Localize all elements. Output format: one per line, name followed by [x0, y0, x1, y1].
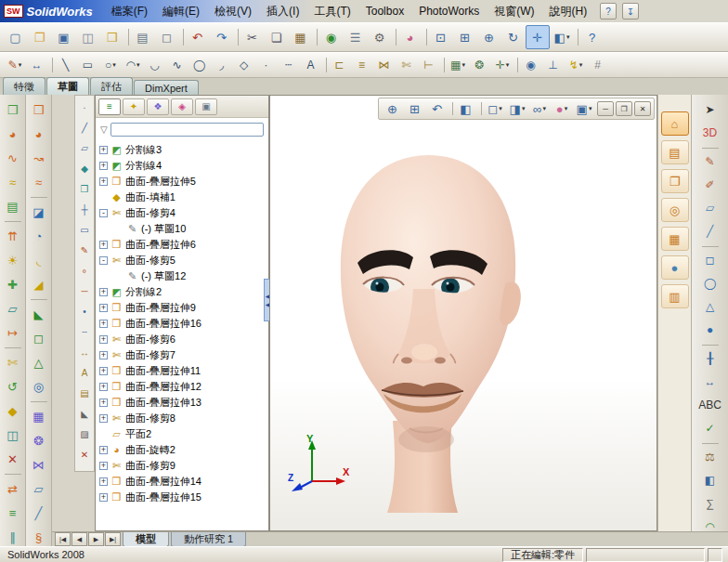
propertymanager-tab-icon[interactable]: ✦ [123, 98, 145, 115]
zoom-in-out-icon[interactable]: ⊕ [477, 25, 501, 49]
trim-surface-icon[interactable]: ✄ [1, 350, 25, 374]
tree-expander[interactable]: + [99, 320, 108, 328]
reference-plane-icon[interactable]: ▱ [27, 477, 51, 501]
pin-menu-icon[interactable]: ↧ [622, 3, 639, 20]
sketch-icon[interactable]: ✎ ▾ [4, 54, 26, 76]
menu-window[interactable]: 視窗(W) [487, 1, 541, 22]
replace-face-icon[interactable]: ⇄ [1, 477, 25, 501]
options-icon[interactable]: ⚙ [368, 25, 392, 49]
tree-expander[interactable]: + [99, 177, 108, 186]
tab-model[interactable]: 模型 [123, 532, 169, 547]
tree-item[interactable]: + ❒ 曲面-疊層拉伸12 [98, 379, 268, 395]
add-relation-icon[interactable]: ⊥ [542, 54, 565, 76]
tree-item[interactable]: + ◩ 分割線4 [98, 158, 268, 174]
tab-sketch[interactable]: 草圖 [46, 77, 89, 95]
solidworks-resources-icon[interactable]: ⌂ [661, 111, 689, 136]
tree-expander[interactable]: + [99, 241, 108, 249]
zoom-area-icon[interactable]: ⊞ [453, 25, 477, 49]
extend-entities-icon[interactable]: ⊢ [418, 54, 440, 76]
extruded-surface-icon[interactable]: ❒ [1, 98, 25, 122]
dimxpertmanager-tab-icon[interactable]: ◈ [171, 98, 193, 115]
zoom-area-icon[interactable]: ⊞ [404, 98, 426, 119]
note-icon[interactable]: ABC [698, 394, 722, 416]
boundary-surface-icon[interactable]: ▤ [1, 194, 25, 218]
display-relations-icon[interactable]: ◉ [520, 54, 542, 76]
tab-evaluate[interactable]: 評估 [90, 77, 133, 95]
view-palette-icon[interactable]: ▦ [661, 227, 689, 251]
tree-item[interactable]: + ❒ 曲面-疊層拉伸6 [98, 237, 268, 253]
section-properties-icon[interactable]: ◧ [698, 469, 722, 491]
tree-item[interactable]: + ❒ 曲面-疊層拉伸9 [98, 300, 268, 316]
filter-planes-icon[interactable]: ▭ [75, 220, 94, 241]
midsurface-icon[interactable]: ◫ [1, 423, 25, 447]
rib-icon[interactable]: ◣ [27, 302, 51, 326]
tree-filter-input[interactable] [110, 123, 264, 137]
help-icon[interactable]: ? [600, 3, 617, 20]
tab-dimxpert[interactable]: DimXpert [134, 80, 199, 95]
filter-hatch-icon[interactable]: ▨ [75, 425, 94, 445]
move-entities-icon[interactable]: ✛ ▾ [491, 54, 514, 76]
ellipse-icon[interactable]: ◯ [188, 54, 211, 76]
filter-axes-icon[interactable]: ┼ [75, 200, 94, 220]
tree-item[interactable]: ✎ (-) 草圖12 [98, 268, 268, 284]
smart-dimension-icon[interactable]: ↔ [698, 371, 722, 393]
filter-notes-icon[interactable]: ▤ [75, 384, 94, 404]
tree-item[interactable]: - ✄ 曲面-修剪4 [98, 205, 268, 221]
hole-wizard-icon[interactable]: ◎ [27, 374, 51, 399]
knit-surface-icon[interactable]: ✚ [1, 272, 25, 296]
sketch-icon[interactable]: ✎ [698, 150, 722, 173]
copy-icon[interactable]: ❏ [265, 25, 289, 49]
open-icon[interactable]: ❐ [28, 25, 52, 49]
fill-surface-icon[interactable]: ◆ [1, 399, 25, 423]
reference-axis-icon[interactable]: ╱ [27, 501, 51, 525]
standard-views-icon[interactable]: ◧ ▾ [550, 25, 574, 49]
view-orientation-icon[interactable]: ◻ ▾ [484, 98, 506, 119]
tree-expander[interactable]: + [99, 446, 108, 454]
make-assembly-icon[interactable]: ❒ [100, 25, 124, 49]
select-arrow-icon[interactable]: ➤ [698, 98, 722, 121]
revolved-surface-icon[interactable]: ◕ [1, 122, 25, 146]
save-icon[interactable]: ▣ [52, 25, 76, 49]
filter-sketches-icon[interactable]: ✎ [75, 241, 94, 261]
section-view-icon[interactable]: ◧ [455, 98, 477, 119]
featuremanager-tab-icon[interactable]: ≡ [98, 98, 121, 115]
menu-view[interactable]: 檢視(V) [207, 1, 259, 22]
displaymanager-tab-icon[interactable]: ▣ [195, 98, 217, 115]
spline-icon[interactable]: ∿ [166, 54, 188, 76]
tree-expander[interactable]: + [99, 462, 108, 470]
equations-icon[interactable]: ∑ [698, 492, 722, 515]
menu-help[interactable]: 說明(H) [542, 1, 595, 22]
grid-settings-icon[interactable]: # [587, 54, 609, 76]
tree-expander[interactable]: + [99, 414, 108, 423]
filter-sketch-segments-icon[interactable]: ─ [75, 281, 94, 302]
help-icon[interactable]: ? [580, 25, 604, 49]
tree-expander[interactable]: - [99, 209, 108, 217]
print-icon[interactable]: ▤ [131, 25, 155, 49]
document-minimize-button[interactable]: ─ [597, 101, 614, 116]
design-library-icon[interactable]: ▤ [661, 140, 689, 164]
3d-sketch-icon[interactable]: ✐ [698, 174, 722, 196]
graphics-viewport[interactable]: ⊕ ⊞ ↶ ◧ [269, 95, 657, 531]
mirror-feature-icon[interactable]: ⋈ [27, 452, 51, 477]
line-icon[interactable]: ╲ [55, 54, 77, 76]
tab-motion-study[interactable]: 動作研究 1 [171, 532, 246, 547]
rectangle-icon[interactable]: ▭ [77, 54, 99, 76]
search-icon[interactable]: ◎ [661, 198, 689, 222]
display-style-icon[interactable]: ◨ ▾ [506, 98, 528, 119]
tree-expander[interactable]: + [99, 367, 108, 375]
extruded-cut-icon[interactable]: ◪ [27, 200, 51, 224]
swept-boss-icon[interactable]: ↝ [27, 146, 51, 170]
extend-surface-icon[interactable]: ↦ [1, 320, 25, 345]
tree-item[interactable]: + ❒ 曲面-疊層拉伸14 [98, 474, 268, 490]
offset-entities-icon[interactable]: ≡ [351, 54, 373, 76]
hide-show-items-icon[interactable]: ∞ ▾ [528, 98, 551, 119]
file-explorer-icon[interactable]: ❐ [661, 169, 689, 193]
filter-sketch-points-icon[interactable]: ∘ [75, 261, 94, 281]
tree-item[interactable]: + ✄ 曲面-修剪7 [98, 347, 268, 363]
tree-expander[interactable]: + [99, 335, 108, 344]
menu-tools[interactable]: 工具(T) [306, 1, 358, 22]
tree-expander[interactable]: + [99, 162, 108, 170]
menu-edit[interactable]: 編輯(E) [155, 1, 207, 22]
menu-toolbox[interactable]: Toolbox [358, 2, 411, 20]
cut-icon[interactable]: ✂ [240, 25, 265, 49]
